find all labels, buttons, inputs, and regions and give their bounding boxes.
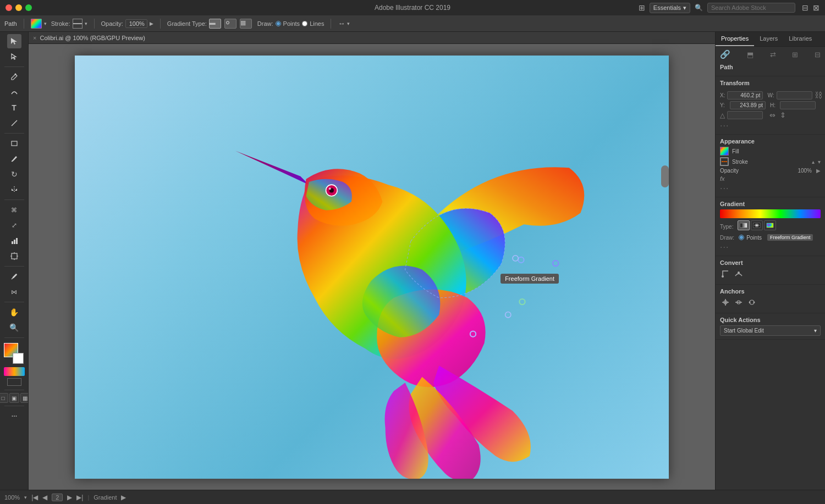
gradient-freeform-btn[interactable]: ▦	[240, 19, 252, 29]
rect-tool[interactable]	[7, 136, 21, 151]
gradient-preview-bar[interactable]	[720, 209, 821, 218]
rotate-tool[interactable]: ↻	[7, 167, 21, 181]
stroke-down-icon[interactable]: ▾	[818, 159, 821, 165]
transform-dropdown-icon[interactable]: ▾	[347, 21, 350, 26]
draw-points-label[interactable]: Points	[283, 20, 300, 27]
link-wh-icon[interactable]: ⛓	[815, 91, 822, 99]
info-icon[interactable]: ⊞	[792, 51, 798, 59]
normal-mode-btn[interactable]: □	[0, 393, 8, 403]
draw-points-radio[interactable]	[276, 21, 281, 26]
gradient-points-radio[interactable]	[739, 235, 744, 240]
close-button[interactable]	[6, 4, 12, 11]
scroll-handle[interactable]	[661, 165, 669, 187]
hand-tool[interactable]: ✋	[7, 305, 21, 319]
blend-tool[interactable]: ⋈	[7, 285, 21, 299]
start-global-edit-button[interactable]: Start Global Edit ▾	[720, 325, 821, 336]
tab-properties[interactable]: Properties	[716, 32, 754, 46]
linear-gradient-btn[interactable]	[738, 220, 750, 230]
arrange-icon[interactable]: ⊞	[639, 3, 645, 12]
remove-anchor-icon[interactable]	[733, 297, 744, 308]
line-tool[interactable]	[7, 116, 21, 130]
convert-anchor-corner-icon[interactable]	[720, 268, 731, 279]
gradient-radial-btn[interactable]: ⭘	[224, 19, 237, 29]
maximize-button[interactable]	[25, 4, 32, 11]
adobe-stock-search[interactable]	[707, 3, 795, 13]
page-number[interactable]: 2	[52, 494, 63, 501]
h-input[interactable]	[780, 101, 816, 109]
outline-mode-btn[interactable]: ▦	[20, 393, 29, 403]
opacity-control[interactable]: Opacity: ▶	[101, 19, 153, 28]
gradient-linear-btn[interactable]: ▬	[209, 19, 221, 29]
x-input[interactable]	[727, 91, 763, 99]
rotation-input[interactable]	[727, 111, 763, 119]
tab-layers[interactable]: Layers	[754, 32, 783, 46]
fill-item[interactable]: Fill	[720, 147, 821, 156]
doc-close-button[interactable]: ×	[33, 35, 36, 41]
fill-color[interactable]: ▾	[31, 19, 47, 29]
grid-icon[interactable]: ⊟	[815, 51, 821, 59]
freeform-tooltip-trigger[interactable]: Freeform Gradient	[767, 234, 813, 241]
paintbrush-tool[interactable]	[7, 152, 21, 166]
transform-options[interactable]: ↔ ▾	[338, 19, 350, 27]
opacity-arrow-appearance[interactable]: ▶	[816, 168, 821, 174]
zoom-tool[interactable]: 🔍	[7, 320, 21, 335]
reflect-tool[interactable]	[7, 182, 21, 197]
canvas-container[interactable]: Freeform Gradient	[29, 44, 715, 490]
fill-dropdown-icon[interactable]: ▾	[44, 21, 47, 26]
next-page-btn[interactable]: ▶	[67, 494, 72, 501]
draw-lines-radio[interactable]	[302, 21, 307, 26]
warp-tool[interactable]: ⌘	[7, 203, 21, 217]
gradient-points-label[interactable]: Points	[746, 235, 762, 241]
minimize-button[interactable]	[15, 4, 22, 11]
eyedropper-tool[interactable]	[7, 269, 21, 284]
gradient-more-btn[interactable]: ···	[720, 242, 821, 252]
play-icon[interactable]: ▶	[121, 494, 126, 501]
panel-icon[interactable]: ⊠	[813, 3, 820, 12]
align-icon[interactable]: ⬒	[747, 51, 754, 59]
add-anchor-icon[interactable]	[720, 297, 731, 308]
tab-libraries[interactable]: Libraries	[783, 32, 817, 46]
stock-search-input[interactable]	[711, 4, 783, 11]
flip-v-icon[interactable]: ⇕	[780, 111, 786, 119]
color-widget[interactable]	[4, 343, 25, 364]
stroke-item[interactable]: Stroke ▴ ▾	[720, 157, 821, 166]
quick-actions-dropdown-icon[interactable]: ▾	[814, 328, 817, 334]
stroke-up-icon[interactable]: ▴	[812, 159, 815, 165]
transform-more-btn[interactable]: ···	[720, 121, 821, 131]
radial-gradient-btn[interactable]	[751, 220, 763, 230]
stroke-icon[interactable]	[720, 157, 729, 166]
graph-tool[interactable]	[7, 234, 21, 248]
stroke-selector[interactable]: Stroke: ▾	[51, 19, 87, 29]
pen-tool[interactable]	[7, 70, 21, 84]
zoom-dropdown-icon[interactable]: ▾	[24, 495, 27, 500]
w-input[interactable]	[777, 91, 812, 99]
opacity-arrow-icon[interactable]: ▶	[150, 21, 153, 26]
appearance-more-btn[interactable]: ···	[720, 184, 821, 193]
last-page-btn[interactable]: ▶|	[76, 494, 83, 501]
curvature-tool[interactable]	[7, 85, 21, 99]
first-page-btn[interactable]: |◀	[31, 494, 38, 501]
transform-panel-icon[interactable]: ⇄	[770, 51, 776, 59]
freeform-gradient-btn[interactable]	[764, 220, 776, 230]
scale-tool[interactable]: ⤢	[7, 218, 21, 232]
more-tools-btn[interactable]: ···	[7, 409, 21, 423]
direct-selection-tool[interactable]	[7, 49, 21, 64]
gradient-swatch[interactable]	[4, 367, 25, 376]
show-handles-icon[interactable]	[746, 297, 757, 308]
convert-anchor-smooth-icon[interactable]	[733, 268, 744, 279]
link-icon[interactable]: 🔗	[720, 49, 730, 59]
stroke-dropdown-icon[interactable]: ▾	[85, 21, 87, 26]
selection-tool[interactable]	[7, 34, 21, 48]
draw-lines-label[interactable]: Lines	[310, 20, 324, 27]
fullscreen-mode-btn[interactable]: ▣	[9, 393, 19, 403]
fill-color-preview[interactable]	[720, 147, 729, 156]
none-swatch[interactable]	[7, 378, 21, 386]
background-color[interactable]	[13, 353, 24, 364]
layout-icon[interactable]: ⊟	[802, 3, 809, 12]
prev-page-btn[interactable]: ◀	[42, 494, 47, 501]
flip-h-icon[interactable]: ⇔	[769, 111, 776, 119]
essentials-button[interactable]: Essentials ▾	[650, 3, 690, 13]
y-input[interactable]	[730, 101, 766, 109]
opacity-input[interactable]	[125, 19, 147, 28]
type-tool[interactable]: T	[7, 101, 21, 115]
